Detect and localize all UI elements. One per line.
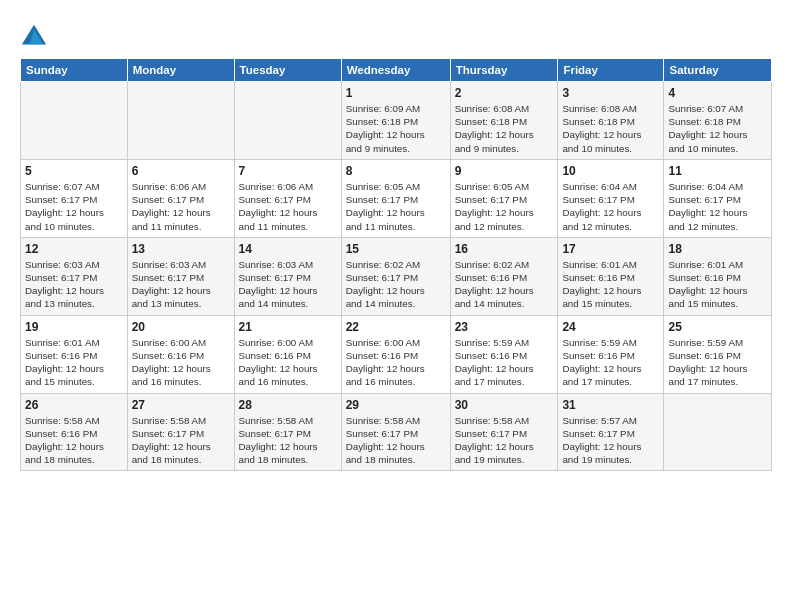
day-number: 6 [132, 164, 230, 178]
calendar-cell: 18Sunrise: 6:01 AM Sunset: 6:16 PM Dayli… [664, 237, 772, 315]
day-info: Sunrise: 6:01 AM Sunset: 6:16 PM Dayligh… [668, 258, 767, 311]
calendar-cell: 6Sunrise: 6:06 AM Sunset: 6:17 PM Daylig… [127, 159, 234, 237]
day-info: Sunrise: 6:03 AM Sunset: 6:17 PM Dayligh… [132, 258, 230, 311]
day-info: Sunrise: 6:07 AM Sunset: 6:17 PM Dayligh… [25, 180, 123, 233]
calendar-cell [127, 82, 234, 160]
weekday-header-thursday: Thursday [450, 59, 558, 82]
calendar-cell: 19Sunrise: 6:01 AM Sunset: 6:16 PM Dayli… [21, 315, 128, 393]
calendar-cell: 8Sunrise: 6:05 AM Sunset: 6:17 PM Daylig… [341, 159, 450, 237]
day-number: 18 [668, 242, 767, 256]
day-number: 22 [346, 320, 446, 334]
day-info: Sunrise: 6:00 AM Sunset: 6:16 PM Dayligh… [132, 336, 230, 389]
calendar-cell: 17Sunrise: 6:01 AM Sunset: 6:16 PM Dayli… [558, 237, 664, 315]
day-info: Sunrise: 6:03 AM Sunset: 6:17 PM Dayligh… [239, 258, 337, 311]
day-info: Sunrise: 5:58 AM Sunset: 6:17 PM Dayligh… [346, 414, 446, 467]
day-number: 21 [239, 320, 337, 334]
calendar-cell: 13Sunrise: 6:03 AM Sunset: 6:17 PM Dayli… [127, 237, 234, 315]
day-number: 14 [239, 242, 337, 256]
day-number: 8 [346, 164, 446, 178]
weekday-header-row: SundayMondayTuesdayWednesdayThursdayFrid… [21, 59, 772, 82]
page: SundayMondayTuesdayWednesdayThursdayFrid… [0, 0, 792, 612]
day-info: Sunrise: 6:06 AM Sunset: 6:17 PM Dayligh… [239, 180, 337, 233]
calendar-cell: 14Sunrise: 6:03 AM Sunset: 6:17 PM Dayli… [234, 237, 341, 315]
calendar-cell: 4Sunrise: 6:07 AM Sunset: 6:18 PM Daylig… [664, 82, 772, 160]
weekday-header-tuesday: Tuesday [234, 59, 341, 82]
day-number: 23 [455, 320, 554, 334]
calendar-week-row: 26Sunrise: 5:58 AM Sunset: 6:16 PM Dayli… [21, 393, 772, 471]
calendar-cell: 22Sunrise: 6:00 AM Sunset: 6:16 PM Dayli… [341, 315, 450, 393]
day-info: Sunrise: 6:06 AM Sunset: 6:17 PM Dayligh… [132, 180, 230, 233]
day-info: Sunrise: 5:57 AM Sunset: 6:17 PM Dayligh… [562, 414, 659, 467]
day-number: 19 [25, 320, 123, 334]
header [20, 18, 772, 50]
day-info: Sunrise: 5:58 AM Sunset: 6:16 PM Dayligh… [25, 414, 123, 467]
day-info: Sunrise: 6:02 AM Sunset: 6:17 PM Dayligh… [346, 258, 446, 311]
calendar-cell: 10Sunrise: 6:04 AM Sunset: 6:17 PM Dayli… [558, 159, 664, 237]
logo [20, 22, 52, 50]
day-number: 13 [132, 242, 230, 256]
day-info: Sunrise: 6:00 AM Sunset: 6:16 PM Dayligh… [239, 336, 337, 389]
day-number: 24 [562, 320, 659, 334]
weekday-header-saturday: Saturday [664, 59, 772, 82]
calendar-cell: 3Sunrise: 6:08 AM Sunset: 6:18 PM Daylig… [558, 82, 664, 160]
day-number: 28 [239, 398, 337, 412]
day-number: 1 [346, 86, 446, 100]
calendar-cell: 24Sunrise: 5:59 AM Sunset: 6:16 PM Dayli… [558, 315, 664, 393]
day-info: Sunrise: 5:58 AM Sunset: 6:17 PM Dayligh… [239, 414, 337, 467]
day-number: 30 [455, 398, 554, 412]
calendar-cell: 7Sunrise: 6:06 AM Sunset: 6:17 PM Daylig… [234, 159, 341, 237]
calendar-cell: 29Sunrise: 5:58 AM Sunset: 6:17 PM Dayli… [341, 393, 450, 471]
day-info: Sunrise: 6:04 AM Sunset: 6:17 PM Dayligh… [668, 180, 767, 233]
day-info: Sunrise: 6:08 AM Sunset: 6:18 PM Dayligh… [455, 102, 554, 155]
day-info: Sunrise: 6:01 AM Sunset: 6:16 PM Dayligh… [25, 336, 123, 389]
day-number: 17 [562, 242, 659, 256]
calendar-cell: 28Sunrise: 5:58 AM Sunset: 6:17 PM Dayli… [234, 393, 341, 471]
calendar-cell: 15Sunrise: 6:02 AM Sunset: 6:17 PM Dayli… [341, 237, 450, 315]
calendar-cell: 12Sunrise: 6:03 AM Sunset: 6:17 PM Dayli… [21, 237, 128, 315]
day-number: 31 [562, 398, 659, 412]
day-info: Sunrise: 6:07 AM Sunset: 6:18 PM Dayligh… [668, 102, 767, 155]
day-info: Sunrise: 5:59 AM Sunset: 6:16 PM Dayligh… [562, 336, 659, 389]
day-info: Sunrise: 5:59 AM Sunset: 6:16 PM Dayligh… [455, 336, 554, 389]
calendar-cell: 21Sunrise: 6:00 AM Sunset: 6:16 PM Dayli… [234, 315, 341, 393]
day-info: Sunrise: 6:08 AM Sunset: 6:18 PM Dayligh… [562, 102, 659, 155]
calendar-cell: 16Sunrise: 6:02 AM Sunset: 6:16 PM Dayli… [450, 237, 558, 315]
weekday-header-friday: Friday [558, 59, 664, 82]
calendar-cell [234, 82, 341, 160]
day-info: Sunrise: 6:03 AM Sunset: 6:17 PM Dayligh… [25, 258, 123, 311]
day-info: Sunrise: 6:00 AM Sunset: 6:16 PM Dayligh… [346, 336, 446, 389]
day-number: 4 [668, 86, 767, 100]
calendar-week-row: 1Sunrise: 6:09 AM Sunset: 6:18 PM Daylig… [21, 82, 772, 160]
day-number: 16 [455, 242, 554, 256]
calendar-cell [21, 82, 128, 160]
calendar-week-row: 12Sunrise: 6:03 AM Sunset: 6:17 PM Dayli… [21, 237, 772, 315]
calendar-cell: 20Sunrise: 6:00 AM Sunset: 6:16 PM Dayli… [127, 315, 234, 393]
day-number: 10 [562, 164, 659, 178]
day-info: Sunrise: 5:58 AM Sunset: 6:17 PM Dayligh… [455, 414, 554, 467]
day-number: 29 [346, 398, 446, 412]
day-number: 25 [668, 320, 767, 334]
day-number: 3 [562, 86, 659, 100]
calendar-table: SundayMondayTuesdayWednesdayThursdayFrid… [20, 58, 772, 471]
day-number: 12 [25, 242, 123, 256]
day-info: Sunrise: 6:09 AM Sunset: 6:18 PM Dayligh… [346, 102, 446, 155]
weekday-header-wednesday: Wednesday [341, 59, 450, 82]
calendar-cell: 25Sunrise: 5:59 AM Sunset: 6:16 PM Dayli… [664, 315, 772, 393]
calendar-cell: 30Sunrise: 5:58 AM Sunset: 6:17 PM Dayli… [450, 393, 558, 471]
weekday-header-monday: Monday [127, 59, 234, 82]
day-info: Sunrise: 5:58 AM Sunset: 6:17 PM Dayligh… [132, 414, 230, 467]
calendar-cell [664, 393, 772, 471]
day-number: 26 [25, 398, 123, 412]
calendar-cell: 26Sunrise: 5:58 AM Sunset: 6:16 PM Dayli… [21, 393, 128, 471]
day-info: Sunrise: 6:05 AM Sunset: 6:17 PM Dayligh… [455, 180, 554, 233]
calendar-week-row: 5Sunrise: 6:07 AM Sunset: 6:17 PM Daylig… [21, 159, 772, 237]
calendar-cell: 11Sunrise: 6:04 AM Sunset: 6:17 PM Dayli… [664, 159, 772, 237]
day-number: 5 [25, 164, 123, 178]
day-info: Sunrise: 6:05 AM Sunset: 6:17 PM Dayligh… [346, 180, 446, 233]
weekday-header-sunday: Sunday [21, 59, 128, 82]
calendar-cell: 23Sunrise: 5:59 AM Sunset: 6:16 PM Dayli… [450, 315, 558, 393]
day-number: 11 [668, 164, 767, 178]
day-info: Sunrise: 6:02 AM Sunset: 6:16 PM Dayligh… [455, 258, 554, 311]
calendar-cell: 2Sunrise: 6:08 AM Sunset: 6:18 PM Daylig… [450, 82, 558, 160]
day-number: 7 [239, 164, 337, 178]
